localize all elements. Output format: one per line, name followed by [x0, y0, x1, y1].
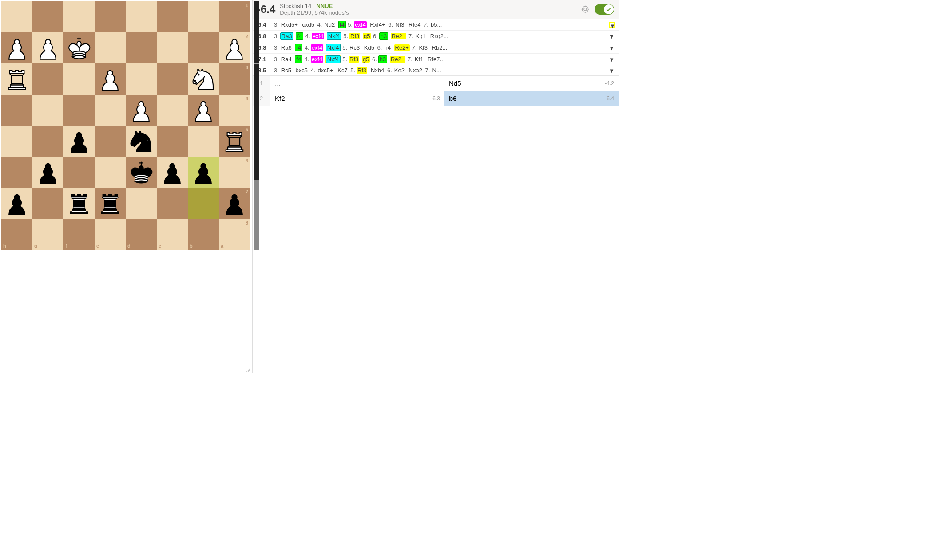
square-b2[interactable] [188, 32, 219, 63]
square-a3[interactable]: 3 [219, 63, 250, 95]
square-c4[interactable] [157, 95, 188, 126]
square-a6[interactable]: 6 [219, 157, 250, 188]
square-h3[interactable] [1, 63, 32, 95]
square-e2[interactable] [95, 32, 126, 63]
square-h1[interactable] [1, 1, 32, 32]
square-b4[interactable] [188, 95, 219, 126]
piece-wk[interactable] [65, 34, 93, 62]
square-d1[interactable] [126, 1, 157, 32]
square-b5[interactable] [188, 126, 219, 157]
square-g3[interactable] [32, 63, 63, 95]
square-e4[interactable] [95, 95, 126, 126]
pv-expand-icon[interactable]: ▼ [609, 56, 615, 63]
square-f3[interactable] [63, 63, 95, 95]
square-f8[interactable]: f [63, 219, 95, 250]
pv-line-3[interactable]: -7.13.Ra4 f4 4.exf4 Nxf4 5.Rf3 g5 6.h3 R… [253, 54, 619, 65]
square-g7[interactable] [32, 188, 63, 219]
square-c6[interactable] [157, 157, 188, 188]
square-h5[interactable] [1, 126, 32, 157]
square-d2[interactable] [126, 32, 157, 63]
pv-line-1[interactable]: -6.83.Ra3 f4 4.exf4 Nxf4 5.Rf3 g5 6.h3 R… [253, 31, 619, 42]
threat-target-icon[interactable] [581, 5, 589, 13]
square-c1[interactable] [157, 1, 188, 32]
square-e7[interactable] [95, 188, 126, 219]
piece-bp[interactable] [220, 189, 249, 217]
move-2b[interactable]: b6-6.4 [444, 91, 619, 106]
square-c3[interactable] [157, 63, 188, 95]
piece-wp[interactable] [3, 34, 31, 62]
square-d4[interactable] [126, 95, 157, 126]
move-2w[interactable]: Kf2-6.3 [270, 91, 444, 106]
piece-bp[interactable] [3, 189, 31, 217]
piece-wr[interactable] [220, 127, 249, 155]
pv-expand-icon[interactable]: ▼ [609, 67, 615, 74]
square-d5[interactable] [126, 126, 157, 157]
chess-board[interactable]: 1234567hgfedcb8a [1, 1, 250, 250]
board-resize-handle[interactable] [244, 365, 250, 371]
pv-line-0[interactable]: -6.43.Rxd5+ cxd5 4.Nd2 f4 5.exf4 Rxf4+ 6… [253, 19, 619, 31]
square-g5[interactable] [32, 126, 63, 157]
piece-wp[interactable] [189, 96, 218, 124]
square-a2[interactable]: 2 [219, 32, 250, 63]
piece-wp[interactable] [220, 34, 249, 62]
square-c2[interactable] [157, 32, 188, 63]
square-a1[interactable]: 1 [219, 1, 250, 32]
pv-line-2[interactable]: -6.83.Ra6 f4 4.exf4 Nxf4 5.Rc3 Kd5 6.h4 … [253, 42, 619, 54]
piece-wp[interactable] [127, 96, 155, 124]
piece-wr[interactable] [3, 65, 31, 93]
piece-bn[interactable] [127, 127, 155, 155]
pv-line-4[interactable]: -8.53.Rc5 bxc5 4.dxc5+ Kc7 5.Rf3 Nxb4 6.… [253, 65, 619, 75]
square-e5[interactable] [95, 126, 126, 157]
square-f4[interactable] [63, 95, 95, 126]
square-h4[interactable] [1, 95, 32, 126]
square-h2[interactable] [1, 32, 32, 63]
square-g2[interactable] [32, 32, 63, 63]
square-f1[interactable] [63, 1, 95, 32]
square-g6[interactable] [32, 157, 63, 188]
square-c8[interactable]: c [157, 219, 188, 250]
square-e1[interactable] [95, 1, 126, 32]
square-f6[interactable] [63, 157, 95, 188]
piece-wp[interactable] [96, 65, 124, 93]
pv-expand-icon[interactable]: ▼ [609, 33, 615, 39]
square-c7[interactable] [157, 188, 188, 219]
square-e6[interactable] [95, 157, 126, 188]
square-a4[interactable]: 4 [219, 95, 250, 126]
move-1b[interactable]: Nd5-4.2 [444, 76, 619, 91]
square-a5[interactable]: 5 [219, 126, 250, 157]
square-d3[interactable] [126, 63, 157, 95]
piece-bp[interactable] [158, 158, 186, 186]
square-b8[interactable]: b [188, 219, 219, 250]
piece-bp[interactable] [189, 158, 218, 186]
square-b7[interactable] [188, 188, 219, 219]
engine-toggle[interactable] [595, 4, 614, 15]
piece-bk[interactable] [127, 158, 155, 186]
pv-expand-icon[interactable]: ▼ [609, 22, 615, 28]
piece-br[interactable] [65, 189, 93, 217]
square-h7[interactable] [1, 188, 32, 219]
square-a8[interactable]: 8a [219, 219, 250, 250]
square-b3[interactable] [188, 63, 219, 95]
square-g8[interactable]: g [32, 219, 63, 250]
square-d6[interactable] [126, 157, 157, 188]
square-f2[interactable] [63, 32, 95, 63]
piece-bp[interactable] [34, 158, 62, 186]
square-a7[interactable]: 7 [219, 188, 250, 219]
square-g4[interactable] [32, 95, 63, 126]
square-g1[interactable] [32, 1, 63, 32]
square-e3[interactable] [95, 63, 126, 95]
piece-br[interactable] [96, 189, 124, 217]
square-f5[interactable] [63, 126, 95, 157]
square-f7[interactable] [63, 188, 95, 219]
piece-wn[interactable] [189, 65, 218, 93]
square-h8[interactable]: h [1, 219, 32, 250]
square-c5[interactable] [157, 126, 188, 157]
piece-wp[interactable] [34, 34, 62, 62]
square-d7[interactable] [126, 188, 157, 219]
square-d8[interactable]: d [126, 219, 157, 250]
square-b6[interactable] [188, 157, 219, 188]
pv-expand-icon[interactable]: ▼ [609, 45, 615, 51]
square-e8[interactable]: e [95, 219, 126, 250]
square-h6[interactable] [1, 157, 32, 188]
square-b1[interactable] [188, 1, 219, 32]
